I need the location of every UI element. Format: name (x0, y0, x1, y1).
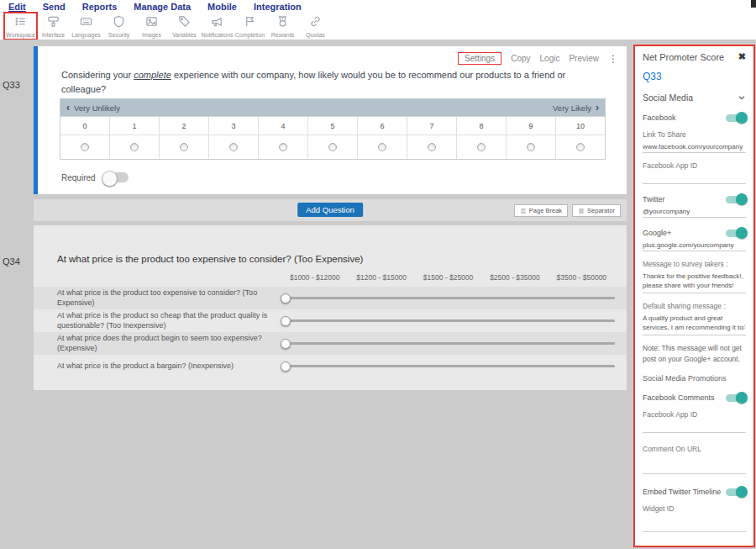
separator-button[interactable]: Separator (572, 204, 621, 217)
scale-radio[interactable] (110, 135, 160, 159)
scale-number: 3 (209, 117, 259, 135)
add-question-button[interactable]: Add Question (297, 203, 363, 217)
scale-radio[interactable] (60, 135, 110, 159)
toolbar-label: Interface (42, 32, 65, 38)
google-plus-label: Google+ (643, 229, 671, 237)
price-slider[interactable] (281, 342, 615, 345)
scale-radio[interactable] (457, 135, 507, 159)
chevron-right-icon[interactable]: › (596, 103, 599, 113)
more-options-icon[interactable]: ⋮ (608, 53, 618, 65)
facebook-app-id-label: Facebook App ID (643, 161, 746, 170)
toolbar-label: Images (142, 32, 161, 38)
toolbar-security[interactable]: Security (103, 13, 134, 39)
toolbar-label: Notifications (201, 32, 233, 38)
widget-id-label: Widget ID (643, 504, 746, 513)
toolbar-images[interactable]: Images (136, 13, 167, 39)
settings-button[interactable]: Settings (458, 52, 501, 65)
menu-mobile[interactable]: Mobile (207, 2, 237, 12)
toolbar-label: Completion (235, 32, 265, 38)
toolbar-completion[interactable]: Completion (234, 13, 265, 39)
toolbar-label: Quotas (306, 32, 325, 38)
required-label: Required (61, 173, 96, 182)
scale-number: 0 (60, 117, 110, 135)
link-to-share-input[interactable] (643, 140, 746, 153)
toolbar-interface[interactable]: Interface (38, 13, 69, 39)
facebook-app-id-input[interactable] (643, 172, 746, 184)
slider-handle[interactable] (281, 316, 291, 326)
facebook-app-id2-input[interactable] (643, 420, 746, 433)
completion-icon (244, 15, 256, 31)
slider-handle[interactable] (281, 293, 291, 304)
nps-number-row: 0 1 2 3 4 5 6 7 8 9 10 (60, 116, 605, 135)
default-sharing-message-textarea[interactable]: A quality product and great services, I … (643, 313, 746, 335)
scale-radio[interactable] (209, 135, 259, 159)
widget-id-input[interactable] (643, 520, 746, 532)
twitter-toggle[interactable] (726, 196, 746, 203)
price-slider[interactable] (281, 297, 615, 299)
toolbar-variables[interactable]: Variables (169, 13, 200, 39)
social-media-promotions-label: Social Media Promotions (643, 374, 746, 383)
scale-radio[interactable] (259, 135, 308, 159)
scale-number: 6 (358, 117, 407, 135)
toolbar-notifications[interactable]: Notifications (202, 13, 233, 39)
chevron-left-icon[interactable]: ‹ (66, 103, 70, 113)
scale-number: 5 (308, 117, 358, 135)
notifications-icon (211, 15, 223, 31)
nps-scale-header: ‹ Very Unlikely Very Likely › (60, 99, 605, 116)
menu-reports[interactable]: Reports (82, 2, 118, 12)
close-icon[interactable]: ✖ (738, 51, 746, 62)
scale-radio[interactable] (358, 135, 407, 159)
google-plus-input[interactable] (643, 239, 746, 251)
preview-button[interactable]: Preview (569, 54, 599, 63)
slider-row-label: At what price is the product a bargain? … (57, 362, 281, 372)
menu-edit[interactable]: Edit (8, 2, 26, 12)
slider-row-label: At what price does the product begin to … (57, 334, 281, 353)
toolbar-label: Languages (71, 32, 101, 38)
scale-radio[interactable] (507, 135, 556, 159)
embed-twitter-toggle[interactable] (726, 488, 746, 496)
languages-icon (80, 15, 92, 31)
emphasized-word: complete (134, 70, 171, 80)
price-column-header: $2500 - $35000 (481, 273, 548, 282)
scale-radio[interactable] (407, 135, 457, 159)
copy-button[interactable]: Copy (511, 54, 530, 63)
toolbar-rewards[interactable]: Rewards (267, 13, 298, 39)
required-toggle[interactable] (103, 172, 129, 182)
menu-send[interactable]: Send (43, 2, 66, 12)
toolbar-label: Security (108, 32, 129, 38)
menu-manage-data[interactable]: Manage Data (134, 2, 191, 12)
google-plus-row: Google+ (643, 229, 746, 237)
price-slider[interactable] (281, 319, 615, 322)
survey-builder-app: Edit Send Reports Manage Data Mobile Int… (0, 0, 756, 549)
scale-radio[interactable] (556, 135, 605, 159)
comment-on-url-input[interactable] (643, 462, 746, 474)
message-to-survey-takers-label: Message to survey takers : (643, 260, 746, 268)
scrollbar-thumb[interactable] (751, 0, 756, 8)
facebook-toggle[interactable] (726, 114, 746, 122)
toolbar-languages[interactable]: Languages (71, 13, 102, 39)
page-break-button[interactable]: Page Break (514, 204, 568, 217)
scale-number: 1 (110, 117, 160, 135)
required-row: Required (61, 172, 129, 182)
panel-question-id[interactable]: Q33 (643, 71, 746, 82)
toolbar-quotas[interactable]: Quotas (300, 13, 331, 39)
question-text[interactable]: Considering your complete experience wit… (61, 68, 606, 97)
resize-grip-icon[interactable] (740, 319, 746, 334)
q34-title[interactable]: At what price is the product too expensi… (57, 254, 363, 264)
slider-handle[interactable] (281, 339, 291, 349)
toolbar-workspace[interactable]: Workspace (5, 13, 36, 39)
section-label: Social Media (643, 92, 693, 103)
menu-integration[interactable]: Integration (254, 2, 302, 12)
slider-row-label: At what price is the product so cheap th… (57, 311, 281, 330)
scale-radio[interactable] (160, 135, 209, 159)
google-plus-toggle[interactable] (726, 230, 746, 237)
page-break-icon (520, 208, 527, 214)
facebook-comments-toggle[interactable] (726, 394, 746, 402)
twitter-handle-input[interactable] (643, 205, 746, 218)
social-media-section-header[interactable]: Social Media (643, 92, 746, 103)
logic-button[interactable]: Logic (540, 54, 560, 63)
message-to-survey-takers-textarea[interactable]: Thanks for the positive feedback!, pleas… (643, 271, 746, 293)
scale-radio[interactable] (308, 135, 358, 159)
slider-handle[interactable] (281, 362, 291, 372)
price-slider[interactable] (281, 365, 615, 367)
